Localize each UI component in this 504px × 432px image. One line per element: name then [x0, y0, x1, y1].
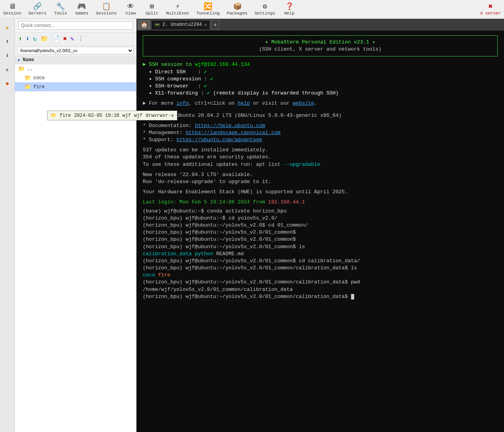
quick-connect-input[interactable]: [18, 21, 133, 30]
tab-label: 2. Unabntu2204: [162, 22, 202, 27]
sidebar: ⬆ ⬇ ↻ 📁 📄 ✖ ✎ ⋮ /home/wjf/yolov5s_v2.0/0…: [15, 19, 136, 432]
banner-subtitle: (SSH client, X server and network tools): [149, 46, 491, 53]
cmd2: (horizon_bpu) wjf@ubuntu:~$ cd yolov5s_v…: [143, 215, 498, 222]
session-host-line: ► SSH session to wjf@192.168.44.134: [143, 61, 498, 68]
toolbar-games[interactable]: 🎮 Games: [75, 3, 89, 16]
tooltip-folder-icon: 📁: [51, 113, 56, 118]
terminal-cursor: [351, 294, 354, 299]
info-line: ► For more info, ctrl+click on help or v…: [143, 100, 498, 107]
cmd9: (horizon_bpu) wjf@ubuntu:~/yolov5s_v2.0/…: [143, 279, 498, 286]
toolbar: 🖥 Session 🔗 Servers 🔧 Tools 🎮 Games 📋 Se…: [0, 0, 504, 19]
cmd4: (horizon_bpu) wjf@ubuntu:~/yolov5s_v2.0/…: [143, 229, 498, 236]
cmd1: (base) wjf@ubuntu:~$ conda activate hori…: [143, 208, 498, 215]
rename-btn[interactable]: 📄: [51, 34, 61, 44]
session-icon: 🖥: [9, 3, 16, 10]
tooltip-name: fire: [60, 113, 71, 118]
file-name-dotdot: ..: [27, 66, 33, 72]
more-btn[interactable]: ⋮: [76, 34, 85, 44]
folder-icon-fire: 📁: [24, 83, 31, 90]
name-column-header: Name: [23, 57, 34, 63]
ls2-output: coco fire: [143, 272, 498, 279]
direct-ssh-line: ✦ Direct SSH : ✔: [143, 69, 498, 76]
toolbar-help[interactable]: ❓ Help: [282, 3, 297, 16]
new-tab-button[interactable]: +: [211, 20, 219, 29]
multiexec-icon: ⚡: [176, 3, 180, 10]
terminal-container: 🏠 📟 2. Unabntu2204 ✕ + ✦ MobaXterm Perso…: [136, 19, 504, 432]
ls1-output: calibration_data python README.md: [143, 250, 498, 258]
path-selector[interactable]: /home/wjf/yolov5s_v2.0/01_cc: [17, 47, 134, 54]
tab-close-button[interactable]: ✕: [204, 22, 207, 27]
new-release-section: New release '22.04.3 LTS' available. Run…: [143, 171, 498, 185]
toolbar-view[interactable]: 👁 View: [124, 3, 138, 16]
cmd8: (horizon_bpu) wjf@ubuntu:~/yolov5s_v2.0/…: [143, 265, 498, 272]
file-item-fire[interactable]: 📁 fire: [15, 82, 136, 91]
cmd7: (horizon_bpu) wjf@ubuntu:~/yolov5s_v2.0/…: [143, 258, 498, 265]
servers-icon: 🔗: [33, 3, 42, 10]
download-file-btn[interactable]: ⬇: [25, 34, 31, 44]
upload-file-btn[interactable]: ⬆: [17, 34, 24, 44]
tab-icon: 📟: [155, 22, 160, 27]
tooltip-user1: wjf: [122, 113, 131, 118]
status-nav-icon[interactable]: ●: [2, 78, 13, 89]
active-tab[interactable]: 📟 2. Unabntu2204 ✕: [151, 20, 210, 29]
toolbar-session[interactable]: 🖥 Session: [3, 3, 21, 16]
tree-collapse-icon: ▶: [18, 58, 20, 62]
games-icon: 🎮: [77, 3, 86, 10]
toolbar-multiexec[interactable]: ⚡ MultiExec: [166, 3, 189, 16]
file-item-coco[interactable]: 📁 coco: [15, 73, 136, 82]
tooltip-perms: drwxrwxr-x: [146, 113, 174, 118]
toolbar-split[interactable]: ⊞ Split: [145, 3, 159, 16]
favorites-icon[interactable]: ★: [2, 22, 13, 33]
path-bar: /home/wjf/yolov5s_v2.0/01_cc: [15, 45, 136, 56]
tunneling-icon: 🔀: [204, 3, 212, 10]
file-name-fire: fire: [33, 84, 45, 90]
cmd6: (horizon_bpu) wjf@ubuntu:~/yolov5s_v2.0/…: [143, 243, 498, 250]
ssh-browser-line: ✦ SSH-browser : ✔: [143, 83, 498, 90]
toolbar-tunneling[interactable]: 🔀 Tunneling: [197, 3, 220, 16]
terminal-banner: ✦ MobaXterm Personal Edition v23.1 ✦ (SS…: [143, 35, 498, 56]
last-login-line: Last login: Mon Feb 5 19:14:08 2024 from…: [143, 199, 498, 206]
cmd3: (horizon_bpu) wjf@ubuntu:~/yolov5s_v2.0$…: [143, 222, 498, 229]
toolbar-sessions[interactable]: 📋 Sessions: [96, 3, 116, 16]
file-toolbar: ⬆ ⬇ ↻ 📁 📄 ✖ ✎ ⋮: [15, 33, 136, 45]
folder-icon-dotdot: 📁: [18, 65, 25, 72]
delete-btn[interactable]: ✖: [62, 34, 68, 44]
new-folder-btn[interactable]: 📁: [39, 34, 49, 44]
help-icon: ❓: [285, 3, 294, 10]
file-name-coco: coco: [33, 75, 45, 81]
xserver-icon: ✖: [488, 3, 493, 10]
terminal-output[interactable]: ✦ MobaXterm Personal Edition v23.1 ✦ (SS…: [136, 31, 504, 432]
download-nav-icon[interactable]: ⬇: [2, 50, 13, 61]
packages-icon: 📦: [233, 3, 242, 10]
split-icon: ⊞: [150, 3, 154, 10]
home-button[interactable]: 🏠: [138, 20, 150, 29]
view-icon: 👁: [127, 3, 134, 10]
toolbar-tools[interactable]: 🔧 Tools: [53, 3, 67, 16]
x11-fwd-line: ✦ X11-forwarding : ✔ (remote display is …: [143, 90, 498, 97]
left-nav: ★ ⬆ ⬇ ✈ ●: [0, 19, 15, 432]
toolbar-packages[interactable]: 📦 Packages: [227, 3, 247, 16]
folder-tooltip: 📁 fire 2024-02-05 19:10 wjf wjf drwxrwxr…: [47, 111, 177, 120]
tooltip-user2: wjf: [134, 113, 143, 118]
tools-icon: 🔧: [56, 3, 65, 10]
pwd-result: /home/wjf/yolov5s_v2.0/01_common/calibra…: [143, 286, 498, 293]
file-item-dotdot[interactable]: 📁 ..: [15, 64, 136, 73]
folder-icon-coco: 📁: [24, 74, 31, 81]
ssh-compress-line: ✦ SSH compression : ✔: [143, 76, 498, 83]
toolbar-settings[interactable]: ⚙ Settings: [255, 3, 275, 16]
quick-connect-bar: [15, 19, 136, 33]
send-nav-icon[interactable]: ✈: [2, 64, 13, 75]
settings-icon: ⚙: [263, 3, 267, 10]
upload-nav-icon[interactable]: ⬆: [2, 36, 13, 47]
welcome-line: Welcome to Ubuntu 20.04.2 LTS (GNU/Linux…: [143, 112, 498, 119]
toolbar-xserver[interactable]: ✖ X server: [480, 3, 501, 16]
edit-btn[interactable]: ✎: [69, 34, 76, 44]
hwe-line: Your Hardware Enablement Stack (HWE) is …: [143, 189, 498, 196]
cmd10: (horizon_bpu) wjf@ubuntu:~/yolov5s_v2.0/…: [143, 293, 498, 300]
toolbar-servers[interactable]: 🔗 Servers: [28, 3, 46, 16]
tooltip-date: 2024-02-05 19:10: [74, 113, 119, 118]
refresh-btn[interactable]: ↻: [32, 34, 38, 44]
updates-section: 537 updates can be installed immediately…: [143, 147, 498, 168]
doc-links: * Documentation: https://help.ubuntu.com…: [143, 122, 498, 144]
sessions-icon: 📋: [102, 3, 111, 10]
